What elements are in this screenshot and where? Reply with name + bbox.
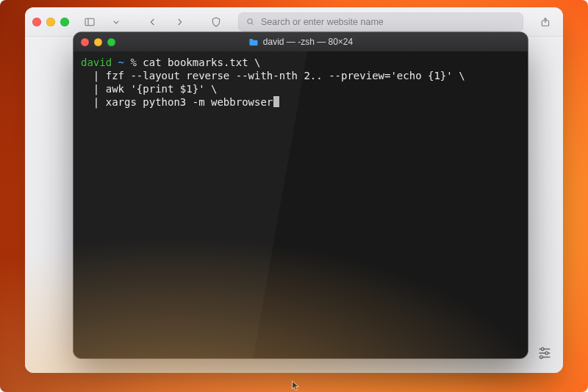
terminal-titlebar[interactable]: david — -zsh — 80×24 [74,32,528,51]
svg-line-3 [251,23,253,24]
svg-point-2 [248,19,253,23]
svg-point-9 [545,352,548,355]
minimize-icon[interactable] [94,38,102,46]
cmd-line-1: | fzf --layout reverse --with-nth 2.. --… [93,70,465,81]
search-icon [245,17,255,26]
zoom-icon[interactable] [107,38,115,46]
address-placeholder: Search or enter website name [261,17,384,27]
svg-point-7 [541,348,544,351]
terminal-title: david — -zsh — 80×24 [74,37,528,47]
shield-icon[interactable] [206,13,226,31]
cmd-line-3: | xargs python3 -m webbrowser [93,96,273,108]
cmd-line-0: cat bookmarks.txt \ [143,57,260,68]
terminal-title-text: david — -zsh — 80×24 [263,37,353,47]
window-controls[interactable] [32,18,74,26]
prompt-user: david [81,57,112,68]
close-icon[interactable] [81,38,89,46]
zoom-icon[interactable] [60,18,69,26]
forward-icon[interactable] [169,13,190,31]
share-icon[interactable] [535,13,556,31]
svg-rect-0 [85,18,94,25]
close-icon[interactable] [32,18,41,26]
prompt-symbol: % [130,57,136,68]
terminal-window[interactable]: david — -zsh — 80×24 david ~ % cat bookm… [74,32,528,358]
prompt-path: ~ [118,57,124,68]
cmd-line-2: | awk '{print $1}' \ [93,83,218,95]
chevron-down-icon[interactable] [106,13,126,31]
minimize-icon[interactable] [46,18,55,26]
sidebar-toggle-icon[interactable] [79,13,100,31]
desktop: Search or enter website name [0,0,588,392]
settings-sliders-icon[interactable] [537,345,553,361]
svg-point-11 [540,356,543,359]
back-icon[interactable] [143,13,163,31]
folder-icon [248,38,259,46]
terminal-body[interactable]: david ~ % cat bookmarks.txt \ | fzf --la… [74,51,528,358]
address-bar[interactable]: Search or enter website name [238,12,523,32]
terminal-cursor [273,96,279,107]
mouse-cursor-icon [291,380,301,392]
terminal-window-controls[interactable] [81,38,120,46]
